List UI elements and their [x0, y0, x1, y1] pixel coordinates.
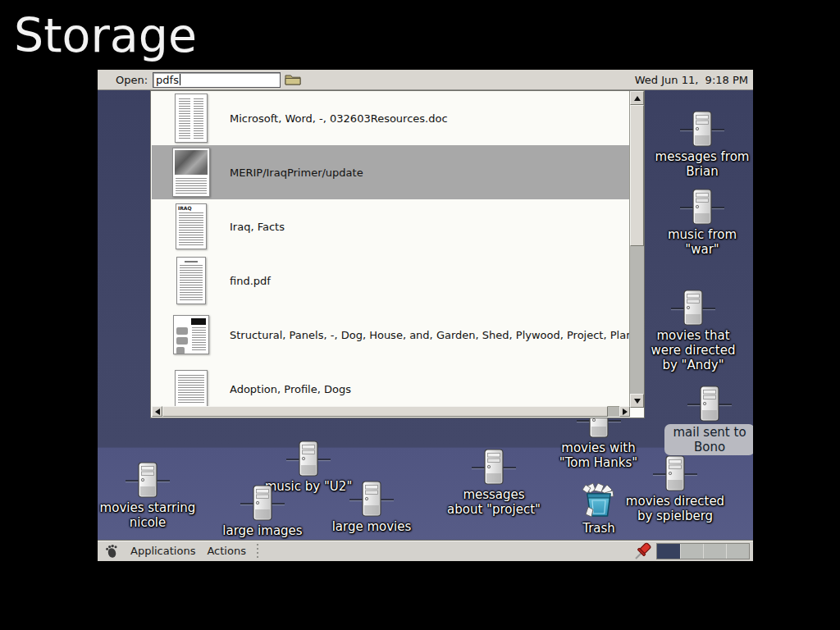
desktop-icon-music-from-war[interactable]: music from "war"	[661, 189, 743, 257]
horizontal-scrollbar[interactable]	[152, 406, 630, 417]
document-thumbnail	[175, 94, 208, 143]
workspace-switcher	[656, 543, 750, 559]
workspace-4[interactable]	[726, 544, 749, 559]
computer-icon	[670, 290, 716, 326]
file-result-row[interactable]: IRAQ Iraq, Facts	[152, 199, 630, 253]
computer-icon	[471, 449, 517, 485]
computer-icon	[652, 455, 698, 491]
file-result-row[interactable]: Microsoft, Word, -, 032603Resources.doc	[152, 91, 630, 145]
document-thumbnail	[173, 315, 209, 354]
desktop-icon-label-selected: mail sent to Bono	[664, 424, 753, 455]
system-tray	[633, 541, 750, 561]
desktop-icon-large-images[interactable]: large images	[205, 485, 320, 538]
menu-applications[interactable]: Applications	[130, 545, 195, 557]
computer-icon	[679, 189, 725, 225]
workspace-3[interactable]	[703, 544, 726, 559]
file-result-row-selected[interactable]: MERIP/IraqPrimer/update	[152, 145, 630, 199]
computer-icon	[285, 441, 331, 477]
file-result-row[interactable]: Structural, Panels, -, Dog, House, and, …	[152, 308, 630, 362]
desktop-icon-label: messages about "project"	[445, 487, 543, 517]
file-result-label: MERIP/IraqPrimer/update	[230, 167, 630, 179]
open-label: Open:	[116, 74, 148, 86]
pushpin-icon[interactable]	[633, 541, 653, 561]
thumbnail-header-text: IRAQ	[178, 205, 192, 211]
desktop-icon-movies-directed-by-spielberg[interactable]: movies directed by spielberg	[622, 455, 728, 523]
search-topbar: Open: pdfs Wed Jun 11, 9:18 PM	[98, 70, 753, 90]
folder-icon[interactable]	[284, 72, 302, 88]
left-arrow-icon	[155, 409, 160, 415]
desktop-icon-label: messages from Brian	[653, 149, 751, 179]
computer-icon	[125, 462, 171, 498]
page-title: Storage	[14, 8, 197, 62]
file-result-row[interactable]: Adoption, Profile, Dogs	[152, 362, 630, 408]
search-input[interactable]: pdfs	[153, 72, 281, 88]
computer-icon	[687, 386, 733, 422]
desktop-icon-messages-about-project[interactable]: messages about "project"	[445, 449, 543, 517]
file-result-label: Adoption, Profile, Dogs	[230, 383, 630, 395]
desktop-icon-label: large movies	[332, 519, 412, 534]
file-result-label: Structural, Panels, -, Dog, House, and, …	[230, 329, 630, 341]
desktop-icon-large-movies[interactable]: large movies	[314, 481, 429, 534]
file-result-row[interactable]: find.pdf	[152, 253, 630, 308]
taskbar: Applications Actions	[98, 540, 753, 561]
document-thumbnail	[176, 257, 206, 304]
desktop-icon-label: movies starring nicole	[98, 500, 201, 530]
vertical-scrollbar[interactable]	[629, 91, 644, 408]
down-arrow-icon	[634, 399, 641, 404]
gnome-menu-icon[interactable]	[104, 544, 119, 559]
desktop-icon-label: music from "war"	[661, 227, 743, 257]
document-thumbnail	[172, 148, 210, 197]
scroll-right-button[interactable]	[619, 406, 630, 417]
document-thumbnail	[175, 370, 208, 408]
results-list: Microsoft, Word, -, 032603Resources.doc …	[152, 91, 630, 408]
desktop-icon-label: large images	[222, 523, 302, 538]
search-results-window: Microsoft, Word, -, 032603Resources.doc …	[150, 90, 645, 418]
panel-handle[interactable]	[256, 544, 260, 559]
up-arrow-icon	[634, 96, 641, 101]
computer-icon	[240, 485, 285, 521]
file-result-label: Iraq, Facts	[230, 221, 630, 233]
document-thumbnail: IRAQ	[176, 203, 207, 249]
trash-icon	[580, 482, 618, 518]
desktop-icon-messages-from-brian[interactable]: messages from Brian	[653, 111, 751, 179]
desktop-icon-label: movies that were directed by "Andy"	[644, 328, 742, 372]
file-result-label: find.pdf	[230, 275, 630, 287]
clock: Wed Jun 11, 9:18 PM	[635, 74, 748, 86]
menu-actions[interactable]: Actions	[207, 545, 246, 557]
computer-icon	[679, 111, 725, 147]
search-input-value: pdfs	[156, 74, 179, 86]
computer-icon	[349, 481, 395, 517]
scroll-down-button[interactable]	[630, 394, 644, 408]
scroll-up-button[interactable]	[630, 91, 644, 105]
desktop-icon-mail-sent-to-bono[interactable]: mail sent to Bono	[664, 386, 753, 455]
workspace-1[interactable]	[657, 544, 680, 559]
desktop-icon-label: Trash	[582, 521, 615, 536]
file-result-label: Microsoft, Word, -, 032603Resources.doc	[230, 112, 630, 125]
right-arrow-icon	[623, 409, 628, 415]
workspace-2[interactable]	[680, 544, 703, 559]
desktop-icon-movies-starring-nicole[interactable]: movies starring nicole	[98, 462, 201, 530]
text-caret	[180, 74, 180, 85]
desktop-icon-movies-directed-by-andy[interactable]: movies that were directed by "Andy"	[644, 290, 742, 372]
desktop: Open: pdfs Wed Jun 11, 9:18 PM Microsoft…	[98, 70, 753, 561]
vertical-scrollbar-thumb[interactable]	[630, 105, 644, 246]
scroll-left-button[interactable]	[152, 406, 162, 417]
horizontal-scrollbar-thumb[interactable]	[162, 406, 608, 417]
desktop-icon-label: movies directed by spielberg	[622, 494, 728, 523]
